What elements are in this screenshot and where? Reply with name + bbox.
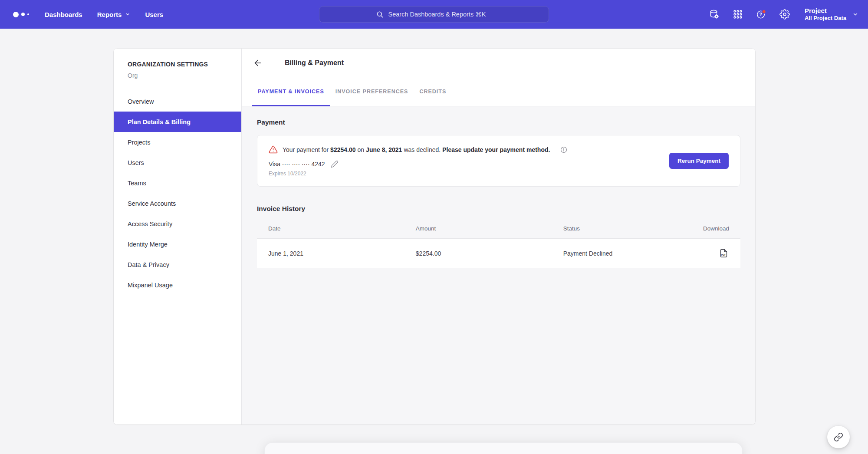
column-header-amount: Amount [416,225,563,232]
chevron-down-icon [852,11,858,17]
column-header-status: Status [563,225,674,232]
invoice-table: Date Amount Status Download June 1, 2021… [257,219,740,268]
alert-date: June 8, 2021 [366,146,402,153]
pdf-file-icon: PDF [719,249,728,258]
rerun-payment-button[interactable]: Rerun Payment [669,153,729,169]
column-header-date: Date [268,225,416,232]
help-icon[interactable]: ? [756,9,766,20]
notification-badge [762,10,766,13]
tab-payment-invoices[interactable]: PAYMENT & INVOICES [252,77,330,106]
nav-right-cluster: ? Project All Project Data [709,0,858,29]
sidebar-item-identity-merge[interactable]: Identity Merge [114,234,241,254]
sidebar-title: ORGANIZATION SETTINGS [114,61,241,68]
arrow-left-icon [253,58,263,68]
invoice-amount-cell: $2254.00 [416,250,563,257]
project-selector-value: All Project Data [805,15,846,22]
chevron-down-icon [125,12,130,17]
invoice-table-header: Date Amount Status Download [257,219,740,239]
mixpanel-logo-icon[interactable] [13,12,29,17]
svg-text:?: ? [760,12,762,17]
invoice-date-cell: June 1, 2021 [268,250,416,257]
invoice-history-title: Invoice History [257,205,740,213]
sidebar-item-projects[interactable]: Projects [114,132,241,152]
billing-tabs: PAYMENT & INVOICES INVOICE PREFERENCES C… [242,77,755,106]
search-input[interactable] [388,11,493,18]
tab-credits[interactable]: CREDITS [414,77,452,106]
nav-links: Dashboards Reports Users [45,11,163,18]
invoice-status-cell: Payment Declined [563,250,674,257]
data-management-icon[interactable] [709,9,720,20]
project-selector-label: Project [805,7,846,15]
top-nav: Dashboards Reports Users [0,0,868,29]
link-icon [834,432,843,442]
warning-triangle-icon [269,145,278,154]
bottom-sheet-shadow [265,443,742,454]
alert-text-3: was declined. [404,146,441,153]
invoice-table-row: June 1, 2021 $2254.00 Payment Declined P… [257,239,740,268]
card-number-label: Visa ···· ···· ···· 4242 [269,161,325,168]
link-fab-button[interactable] [827,426,850,448]
sidebar-item-overview[interactable]: Overview [114,91,241,112]
nav-link-users[interactable]: Users [145,11,163,18]
global-search[interactable] [319,6,549,23]
sidebar-item-access-security[interactable]: Access Security [114,214,241,234]
search-icon [376,10,384,19]
alert-text-4: Please update your payment method. [442,146,550,153]
edit-payment-method-button[interactable] [331,160,339,168]
org-settings-sidebar: ORGANIZATION SETTINGS Org Overview Plan … [114,49,242,424]
main-column: Billing & Payment PAYMENT & INVOICES INV… [242,49,755,424]
nav-link-users-label: Users [145,11,163,18]
sidebar-item-data-privacy[interactable]: Data & Privacy [114,254,241,275]
payment-declined-card: Your payment for $2254.00 on June 8, 202… [257,135,740,187]
download-pdf-button[interactable]: PDF [719,249,728,258]
info-icon[interactable] [560,146,568,154]
sidebar-item-plan-details-billing[interactable]: Plan Details & Billing [114,112,241,132]
payment-declined-details: Your payment for $2254.00 on June 8, 202… [269,145,568,177]
page-title: Billing & Payment [274,49,344,77]
pencil-icon [331,160,339,168]
sidebar-item-mixpanel-usage[interactable]: Mixpanel Usage [114,275,241,295]
nav-link-dashboards[interactable]: Dashboards [45,11,82,18]
nav-link-dashboards-label: Dashboards [45,11,82,18]
alert-text-1: Your payment for [283,146,329,153]
org-name: Org [114,72,241,79]
page-header: Billing & Payment [242,49,755,77]
svg-text:PDF: PDF [721,253,726,256]
card-expiry-label: Expires 10/2022 [269,171,568,177]
column-header-download: Download [674,225,729,232]
sidebar-nav: Overview Plan Details & Billing Projects… [114,91,241,295]
alert-amount: $2254.00 [330,146,355,153]
payment-declined-message: Your payment for $2254.00 on June 8, 202… [283,146,552,153]
sidebar-item-teams[interactable]: Teams [114,173,241,193]
settings-gear-icon[interactable] [779,9,790,20]
nav-link-reports[interactable]: Reports [97,11,131,18]
payment-section-title: Payment [257,118,740,126]
alert-text-2: on [358,146,365,153]
sidebar-item-service-accounts[interactable]: Service Accounts [114,193,241,214]
apps-grid-icon[interactable] [733,9,743,20]
back-button[interactable] [242,49,274,77]
project-selector[interactable]: Project All Project Data [805,7,858,22]
nav-link-reports-label: Reports [97,11,122,18]
tab-invoice-preferences[interactable]: INVOICE PREFERENCES [330,77,414,106]
sidebar-item-users[interactable]: Users [114,152,241,173]
settings-panel: ORGANIZATION SETTINGS Org Overview Plan … [114,49,755,424]
tab-content: Payment Your payment for $2254.00 on Jun… [242,106,755,424]
